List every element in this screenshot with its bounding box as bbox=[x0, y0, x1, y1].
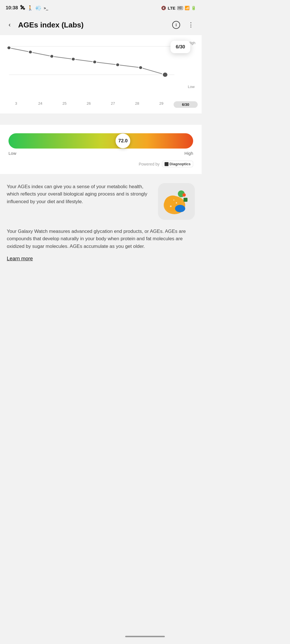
top-bar: ‹ AGEs index (Labs) i ⋮ bbox=[0, 15, 202, 35]
date-label-25: 25 bbox=[52, 101, 77, 108]
svg-point-13 bbox=[176, 202, 177, 204]
mute-icon: 🔇 bbox=[161, 6, 166, 10]
gauge-bar-wrapper: 72.0 bbox=[8, 133, 193, 149]
svg-point-4 bbox=[50, 55, 54, 58]
svg-point-5 bbox=[71, 57, 75, 61]
date-label-26: 26 bbox=[77, 101, 101, 108]
gauge-section: 72.0 Low High Powered by Diagnoptics bbox=[0, 125, 202, 174]
chart-section: High Low 6/30 bbox=[0, 35, 202, 113]
info-paragraph1: Your AGEs index can give you a sense of … bbox=[7, 183, 153, 205]
date-label-3: 3 bbox=[4, 101, 28, 108]
bottom-spacer bbox=[0, 271, 202, 384]
signal-bars-icon: 📶 bbox=[185, 6, 189, 10]
chart-svg bbox=[3, 38, 199, 89]
date-label-24: 24 bbox=[28, 101, 53, 108]
status-icon-terminal: >_ bbox=[44, 6, 48, 10]
status-right: 🔇 LTE HD 📶 🔋 bbox=[161, 6, 196, 10]
gauge-bar: 72.0 bbox=[8, 133, 193, 149]
svg-point-12 bbox=[170, 205, 172, 207]
lte-label: LTE bbox=[168, 6, 175, 10]
svg-point-2 bbox=[7, 46, 11, 50]
more-button[interactable]: ⋮ bbox=[185, 19, 197, 31]
chart-tooltip: 6/30 bbox=[170, 41, 190, 53]
svg-point-9 bbox=[162, 72, 168, 77]
svg-point-17 bbox=[175, 205, 185, 212]
status-icon-fan: 💨 bbox=[35, 5, 41, 11]
status-time: 10:38 bbox=[6, 5, 18, 11]
gauge-high-label: High bbox=[184, 151, 193, 156]
info-paragraph2: Your Galaxy Watch measures advanced glyc… bbox=[7, 228, 195, 250]
info-content-row: Your AGEs index can give you a sense of … bbox=[7, 183, 195, 220]
gauge-indicator: 72.0 bbox=[116, 134, 130, 148]
status-icon-person: 🚶 bbox=[27, 5, 33, 11]
learn-more-link[interactable]: Learn more bbox=[7, 256, 33, 262]
status-left: 10:38 🛰 🚶 💨 >_ bbox=[6, 5, 48, 11]
spacer-1 bbox=[0, 113, 202, 125]
illustration-svg bbox=[161, 186, 192, 217]
date-label-630[interactable]: 6/30 bbox=[174, 101, 198, 108]
svg-point-6 bbox=[93, 60, 97, 64]
gauge-axis-labels: Low High bbox=[8, 151, 193, 156]
tooltip-value: 6/30 bbox=[176, 44, 185, 50]
gauge-value: 72.0 bbox=[118, 138, 128, 144]
svg-point-7 bbox=[116, 63, 120, 66]
date-label-27: 27 bbox=[101, 101, 125, 108]
diagnoptics-brand: Diagnoptics bbox=[170, 162, 191, 166]
diagnoptics-logo: Diagnoptics bbox=[162, 161, 193, 167]
info-section: Your AGEs index can give you a sense of … bbox=[0, 174, 202, 271]
diagnoptics-square-icon bbox=[165, 162, 169, 166]
battery-icon: 🔋 bbox=[191, 6, 196, 10]
powered-by-label: Powered by bbox=[139, 162, 160, 166]
more-icon: ⋮ bbox=[188, 21, 194, 29]
svg-point-18 bbox=[182, 193, 186, 197]
info-circle-icon: i bbox=[172, 21, 180, 29]
powered-by: Powered by Diagnoptics bbox=[8, 161, 193, 167]
status-icon-signal: 🛰 bbox=[20, 5, 25, 11]
status-bar: 10:38 🛰 🚶 💨 >_ 🔇 LTE HD 📶 🔋 bbox=[0, 0, 202, 15]
gauge-low-label: Low bbox=[8, 151, 16, 156]
bottom-nav-bar bbox=[125, 636, 165, 637]
svg-point-14 bbox=[173, 199, 174, 201]
svg-point-3 bbox=[29, 50, 32, 54]
svg-point-8 bbox=[139, 66, 142, 69]
back-arrow-icon: ‹ bbox=[8, 21, 10, 29]
back-button[interactable]: ‹ bbox=[3, 19, 16, 31]
chart-area: High Low 6/30 bbox=[3, 38, 199, 100]
svg-rect-16 bbox=[184, 198, 187, 202]
hd-badge: HD bbox=[177, 6, 183, 10]
date-label-29: 29 bbox=[149, 101, 174, 108]
page-title: AGEs index (Labs) bbox=[18, 21, 168, 29]
info-button[interactable]: i bbox=[170, 19, 182, 31]
info-illustration bbox=[158, 183, 195, 220]
date-label-28: 28 bbox=[125, 101, 150, 108]
date-axis: 3 24 25 26 27 28 29 6/30 bbox=[0, 101, 202, 108]
